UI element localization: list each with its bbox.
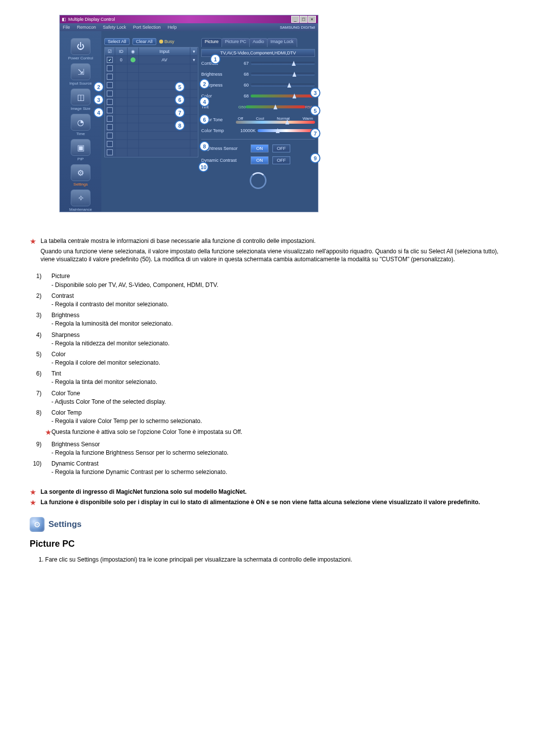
row-status bbox=[128, 64, 139, 72]
menu-safety-lock[interactable]: Safety Lock bbox=[103, 25, 126, 30]
maximize-button[interactable]: □ bbox=[300, 16, 308, 23]
color-temp-slider[interactable] bbox=[258, 129, 315, 132]
brightness-sensor-on[interactable]: ON bbox=[251, 144, 268, 152]
contrast-slider[interactable] bbox=[251, 62, 315, 65]
settings-section-icon: ⚙ bbox=[30, 517, 44, 532]
grid-row[interactable] bbox=[105, 73, 198, 81]
clear-all-button[interactable]: Clear All bbox=[133, 38, 156, 45]
row-status bbox=[128, 132, 139, 140]
grid-row[interactable] bbox=[105, 132, 198, 140]
close-button[interactable]: × bbox=[308, 16, 316, 23]
sidebar: ⏻Power Control ⇲Input Source ◫Image Size… bbox=[60, 31, 101, 212]
row-input bbox=[139, 132, 190, 140]
row-selector[interactable] bbox=[190, 81, 198, 89]
input-icon: ⇲ bbox=[71, 63, 90, 80]
tab-audio[interactable]: Audio bbox=[249, 38, 267, 47]
row-checkbox[interactable] bbox=[107, 74, 113, 80]
dynamic-contrast-off[interactable]: OFF bbox=[272, 156, 290, 164]
tab-image-lock[interactable]: Image Lock bbox=[267, 38, 297, 47]
loading-spinner-icon bbox=[250, 172, 267, 189]
settings-icon: ⚙ bbox=[71, 164, 90, 181]
row-checkbox[interactable] bbox=[107, 65, 113, 71]
badge-7-left: 7 bbox=[175, 107, 185, 118]
sidebar-item-pip[interactable]: ▣PIP bbox=[63, 139, 98, 161]
select-all-button[interactable]: Select All bbox=[104, 38, 130, 45]
picture-pc-steps: 1. Fare clic su Settings (impostazioni) … bbox=[39, 556, 504, 563]
row-checkbox[interactable] bbox=[107, 141, 113, 147]
grid-row[interactable]: ✔0AV▾ bbox=[105, 56, 198, 64]
grid-row[interactable] bbox=[105, 140, 198, 148]
row-status bbox=[128, 106, 139, 114]
row-checkbox[interactable] bbox=[107, 149, 113, 155]
row-id bbox=[115, 98, 128, 106]
minimize-button[interactable]: _ bbox=[291, 16, 299, 23]
row-status bbox=[128, 115, 139, 123]
sidebar-item-image-size[interactable]: ◫Image Size bbox=[63, 89, 98, 111]
col-selector[interactable]: ▾ bbox=[190, 47, 198, 55]
row-selector[interactable] bbox=[190, 90, 198, 97]
brightness-slider[interactable] bbox=[251, 73, 315, 76]
row-checkbox[interactable] bbox=[107, 124, 113, 130]
color-tone-slider[interactable] bbox=[236, 121, 315, 124]
sharpness-slider[interactable] bbox=[251, 84, 315, 87]
row-selector[interactable] bbox=[190, 123, 198, 131]
menubar: File Remocon Safety Lock Port Selection … bbox=[60, 23, 318, 31]
image-size-icon: ◫ bbox=[71, 89, 90, 105]
definition-item: 4)Sharpness- Regola la nitidezza del mon… bbox=[30, 331, 504, 347]
row-checkbox[interactable] bbox=[107, 91, 113, 96]
picture-pc-title: Picture PC bbox=[30, 539, 504, 549]
row-selector[interactable] bbox=[190, 132, 198, 140]
row-selector[interactable] bbox=[190, 140, 198, 148]
star-icon: ★ bbox=[30, 488, 37, 497]
app-window: ◧ Multiple Display Control _ □ × File Re… bbox=[59, 15, 318, 212]
tint-row: TintG50R50 bbox=[201, 102, 315, 111]
menu-file[interactable]: File bbox=[63, 25, 70, 30]
row-checkbox[interactable] bbox=[107, 107, 113, 113]
sidebar-item-power[interactable]: ⏻Power Control bbox=[63, 38, 98, 60]
row-status bbox=[128, 98, 139, 106]
row-checkbox[interactable] bbox=[107, 133, 113, 139]
badge-10: 10 bbox=[198, 162, 209, 172]
sidebar-item-settings[interactable]: ⚙Settings bbox=[63, 164, 98, 187]
row-selector[interactable]: ▾ bbox=[190, 56, 198, 64]
row-selector[interactable] bbox=[190, 148, 198, 156]
row-id bbox=[115, 123, 128, 131]
row-id bbox=[115, 64, 128, 72]
row-id: 0 bbox=[115, 56, 128, 64]
time-icon: ◔ bbox=[71, 114, 90, 131]
tint-slider[interactable] bbox=[246, 105, 305, 108]
row-selector[interactable] bbox=[190, 98, 198, 106]
sidebar-item-maintenance[interactable]: ✧Maintenance bbox=[63, 189, 98, 212]
row-checkbox[interactable] bbox=[107, 82, 113, 88]
brightness-sensor-off[interactable]: OFF bbox=[272, 144, 290, 152]
row-checkbox[interactable] bbox=[107, 116, 113, 122]
sidebar-item-input-source[interactable]: ⇲Input Source bbox=[63, 63, 98, 86]
sidebar-item-time[interactable]: ◔Time bbox=[63, 114, 98, 136]
badge-5-right: 5 bbox=[310, 105, 320, 116]
menu-help[interactable]: Help bbox=[168, 25, 177, 30]
tab-picture-pc[interactable]: Picture PC bbox=[222, 38, 250, 47]
grid-row[interactable] bbox=[105, 148, 198, 157]
row-status bbox=[128, 140, 139, 148]
color-slider[interactable] bbox=[251, 94, 315, 97]
row-checkbox[interactable] bbox=[107, 99, 113, 105]
row-selector[interactable] bbox=[190, 115, 198, 123]
row-selector[interactable] bbox=[190, 73, 198, 81]
tab-picture[interactable]: Picture bbox=[201, 38, 222, 47]
badge-7-right: 7 bbox=[310, 128, 320, 139]
badge-4-left: 4 bbox=[93, 107, 104, 118]
dynamic-contrast-on[interactable]: ON bbox=[251, 156, 268, 164]
row-selector[interactable] bbox=[190, 106, 198, 114]
brand-label: SAMSUNG DIGITall bbox=[280, 25, 315, 30]
row-id bbox=[115, 81, 128, 89]
menu-port-selection[interactable]: Port Selection bbox=[133, 25, 161, 30]
row-checkbox[interactable]: ✔ bbox=[107, 57, 113, 63]
definition-item: 2)Contrast- Regola il contrasto del moni… bbox=[30, 292, 504, 308]
busy-indicator: Busy bbox=[159, 39, 175, 44]
menu-remocon[interactable]: Remocon bbox=[77, 25, 96, 30]
grid-row[interactable] bbox=[105, 64, 198, 73]
row-status bbox=[128, 56, 139, 64]
row-selector[interactable] bbox=[190, 64, 198, 72]
col-checkbox[interactable]: ☑ bbox=[108, 49, 112, 54]
row-id bbox=[115, 148, 128, 156]
